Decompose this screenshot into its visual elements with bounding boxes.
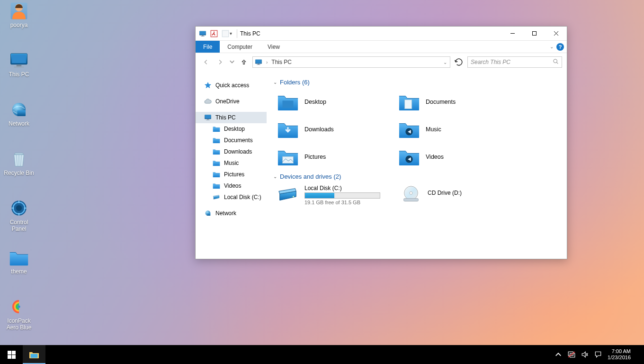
- folder-item-documents[interactable]: Documents: [397, 90, 516, 114]
- desktop-icon-label: Network: [9, 120, 29, 127]
- user-icon: [9, 1, 29, 21]
- qat-dropdown-icon[interactable]: ▾: [230, 31, 232, 36]
- new-folder-icon[interactable]: [221, 29, 230, 38]
- svg-rect-28: [404, 100, 411, 109]
- tray-network-icon[interactable]: [568, 351, 575, 358]
- drive-item-cddrive[interactable]: CD Drive (D:): [399, 184, 518, 206]
- location-icon: [255, 58, 262, 66]
- search-icon[interactable]: [553, 58, 559, 66]
- folder-label: Videos: [426, 154, 444, 160]
- properties-icon[interactable]: [210, 29, 218, 38]
- app-icon: [198, 29, 207, 38]
- tree-label: Videos: [224, 182, 241, 189]
- nav-up-button[interactable]: [238, 56, 250, 68]
- desktop-icon-theme[interactable]: theme: [1, 247, 37, 283]
- ribbon-tab-view[interactable]: View: [260, 41, 287, 53]
- refresh-button[interactable]: [453, 56, 465, 68]
- quick-access-toolbar: [198, 29, 230, 38]
- desktop-icon-label: poorya: [10, 22, 28, 28]
- taskbar-item-explorer[interactable]: [23, 345, 45, 364]
- address-bar[interactable]: › This PC ⌄: [252, 56, 450, 68]
- drive-capacity-fill: [305, 193, 334, 198]
- help-icon[interactable]: ?: [556, 43, 564, 51]
- desktop-icon-label: theme: [11, 268, 27, 275]
- monitor-icon: [204, 114, 212, 121]
- group-header-label: Folders (6): [280, 79, 310, 86]
- cloud-icon: [204, 98, 212, 105]
- folder-label: Pictures: [304, 154, 326, 160]
- iconpack-icon: [9, 297, 29, 317]
- folder-item-downloads[interactable]: Downloads: [276, 117, 394, 142]
- tree-item-pictures[interactable]: Pictures: [196, 169, 267, 180]
- cd-icon: [400, 185, 422, 202]
- folder-icon: [398, 147, 420, 166]
- clock-time: 7:00 AM: [608, 348, 631, 355]
- desktop-icon-label: Control Panel: [10, 219, 28, 232]
- folder-icon: [213, 136, 220, 144]
- maximize-button[interactable]: [523, 27, 545, 41]
- folder-icon: [277, 147, 299, 166]
- separator: [237, 29, 237, 38]
- svg-rect-27: [282, 100, 293, 108]
- tree-label: Desktop: [224, 126, 245, 132]
- tray-actioncenter-icon[interactable]: [594, 351, 602, 358]
- search-box[interactable]: [467, 56, 562, 68]
- svg-rect-22: [222, 30, 229, 37]
- nav-forward-button[interactable]: [215, 56, 226, 68]
- desktop-icon-iconpack[interactable]: IconPack Aero Blue: [1, 297, 37, 333]
- tree-label: Local Disk (C:): [224, 194, 261, 200]
- folder-item-videos[interactable]: Videos: [397, 145, 516, 169]
- drive-item-localdisk[interactable]: Local Disk (C:) 19.1 GB free of 31.5 GB: [276, 184, 394, 206]
- ribbon-tab-file[interactable]: File: [196, 41, 220, 53]
- nav-history-dropdown[interactable]: [229, 56, 235, 68]
- svg-rect-35: [12, 355, 16, 359]
- breadcrumb-chevron-icon[interactable]: ›: [265, 60, 268, 65]
- tree-label: OneDrive: [215, 98, 240, 105]
- tray-volume-icon[interactable]: [581, 351, 589, 358]
- desktop-icon-user[interactable]: poorya: [1, 1, 37, 37]
- tree-label: Network: [215, 210, 236, 217]
- drive-free-text: 19.1 GB free of 31.5 GB: [304, 200, 380, 205]
- desktop-icon-thispc[interactable]: This PC: [1, 50, 37, 86]
- desktop-icon-network[interactable]: Network: [1, 100, 37, 136]
- svg-rect-30: [282, 156, 293, 163]
- breadcrumb-dropdown-icon[interactable]: ⌄: [442, 60, 448, 65]
- tree-item-music[interactable]: Music: [196, 157, 267, 169]
- close-button[interactable]: [545, 27, 567, 41]
- desktop-icon-controlpanel[interactable]: Control Panel: [1, 198, 37, 234]
- folder-icon: [213, 148, 220, 155]
- group-header-drives[interactable]: ⌄ Devices and drives (2): [273, 173, 560, 180]
- titlebar[interactable]: ▾ This PC: [196, 27, 567, 41]
- taskbar-clock[interactable]: 7:00 AM 1/23/2016: [608, 348, 634, 361]
- tree-item-videos[interactable]: Videos: [196, 180, 267, 191]
- content-pane: ⌄ Folders (6) Desktop Documents Download…: [267, 71, 567, 259]
- ribbon-expand-icon[interactable]: ⌄: [550, 44, 554, 49]
- tree-item-downloads[interactable]: Downloads: [196, 146, 267, 157]
- drive-label: CD Drive (D:): [428, 190, 462, 196]
- svg-line-26: [557, 63, 558, 64]
- search-input[interactable]: [471, 59, 550, 65]
- drive-icon: [213, 193, 220, 201]
- group-header-folders[interactable]: ⌄ Folders (6): [273, 79, 560, 86]
- folder-icon: [213, 182, 220, 190]
- globe-icon: [204, 209, 212, 217]
- folder-item-pictures[interactable]: Pictures: [276, 145, 394, 169]
- folder-item-desktop[interactable]: Desktop: [276, 90, 394, 114]
- tree-item-localdisk[interactable]: Local Disk (C:): [196, 191, 267, 203]
- tree-onedrive[interactable]: OneDrive: [196, 96, 267, 107]
- ribbon-tab-computer[interactable]: Computer: [220, 41, 260, 53]
- tray-overflow-icon[interactable]: [555, 351, 562, 358]
- tree-network[interactable]: Network: [196, 208, 267, 219]
- folder-item-music[interactable]: Music: [397, 117, 516, 142]
- navigation-pane[interactable]: Quick access OneDrive This PC Desktop Do…: [196, 71, 267, 259]
- desktop-icons: poorya This PC Network Recycle Bin Contr…: [1, 1, 37, 346]
- nav-back-button[interactable]: [200, 56, 212, 68]
- window-title: This PC: [240, 30, 260, 37]
- breadcrumb-location[interactable]: This PC: [271, 59, 292, 65]
- start-button[interactable]: [0, 345, 23, 364]
- desktop-icon-recyclebin[interactable]: Recycle Bin: [1, 149, 37, 185]
- system-tray: 7:00 AM 1/23/2016: [555, 345, 644, 364]
- tree-label: Pictures: [224, 171, 244, 178]
- drive-icon: [277, 185, 299, 202]
- minimize-button[interactable]: [501, 27, 523, 41]
